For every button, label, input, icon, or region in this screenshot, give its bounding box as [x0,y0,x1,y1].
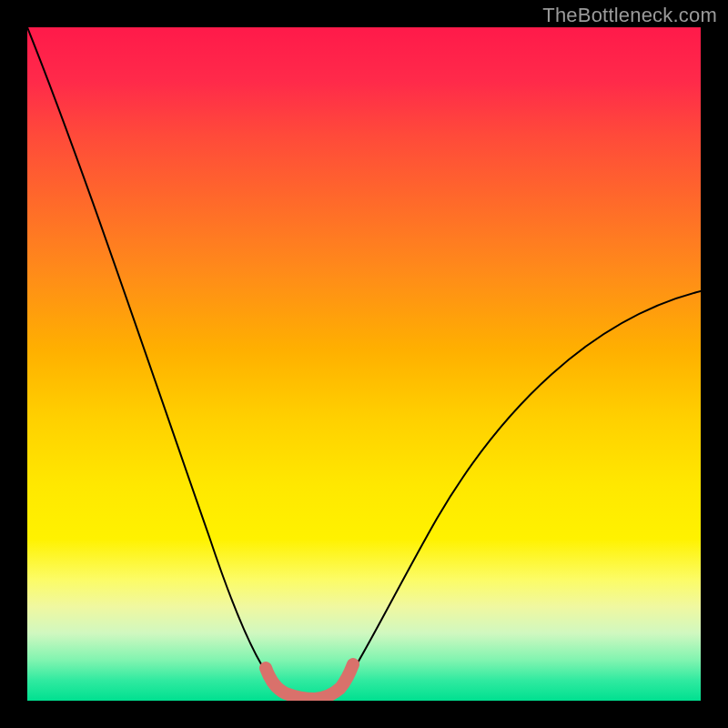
watermark-text: TheBottleneck.com [542,4,717,27]
curve-path [27,27,701,699]
plot-area [27,27,701,701]
bottleneck-curve-svg [27,27,701,701]
highlight-zone [266,664,353,699]
chart-frame: TheBottleneck.com [0,0,728,728]
